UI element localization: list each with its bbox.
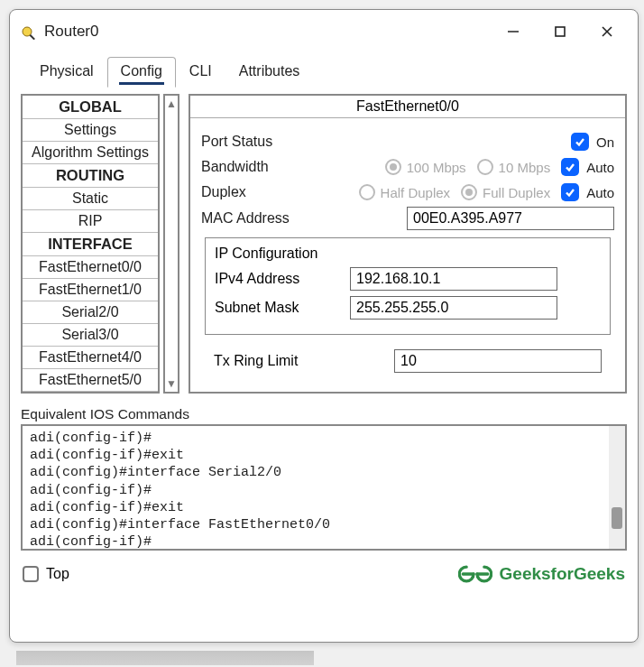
svg-rect-3 <box>556 27 565 36</box>
sidebar-item-s30[interactable]: Serial3/0 <box>23 324 158 347</box>
sidebar-item-rip[interactable]: RIP <box>23 210 158 233</box>
tab-config[interactable]: Config <box>107 57 176 88</box>
ios-commands-heading: Equivalent IOS Commands <box>21 406 627 422</box>
full-duplex-label: Full Duplex <box>483 185 550 200</box>
close-button[interactable] <box>587 19 627 44</box>
config-content: GLOBAL Settings Algorithm Settings ROUTI… <box>10 88 638 401</box>
router-config-window: Router0 Physical Config CLI Attributes G… <box>9 9 639 643</box>
footer-bar: Top GeeksforGeeks <box>10 554 638 596</box>
sidebar-header-global: GLOBAL <box>23 96 158 119</box>
tx-ring-input[interactable] <box>394 349 602 373</box>
bandwidth-label: Bandwidth <box>201 159 300 175</box>
bandwidth-10-label: 10 Mbps <box>499 160 551 175</box>
full-duplex-radio[interactable] <box>461 184 477 200</box>
tab-cli[interactable]: CLI <box>176 57 225 88</box>
scroll-down-icon[interactable]: ▼ <box>166 375 177 392</box>
scroll-up-icon[interactable]: ▲ <box>166 96 177 112</box>
bandwidth-auto-label: Auto <box>586 160 614 175</box>
ipv4-input[interactable] <box>350 267 557 291</box>
ipv4-label: IPv4 Address <box>215 271 350 287</box>
title-bar: Router0 <box>10 10 638 51</box>
mac-address-input[interactable] <box>407 207 614 230</box>
sidebar-list: GLOBAL Settings Algorithm Settings ROUTI… <box>21 94 160 394</box>
window-shadow <box>16 651 314 665</box>
bandwidth-100-label: 100 Mbps <box>407 160 466 175</box>
subnet-label: Subnet Mask <box>215 300 350 316</box>
ios-scroll-thumb[interactable] <box>612 507 622 529</box>
sidebar-item-settings[interactable]: Settings <box>23 119 158 142</box>
top-label: Top <box>46 566 69 582</box>
duplex-auto-checkbox[interactable] <box>561 183 579 201</box>
port-status-label: Port Status <box>201 134 300 150</box>
half-duplex-radio[interactable] <box>359 184 375 200</box>
sidebar-header-interface: INTERFACE <box>23 233 158 256</box>
sidebar-item-fe00[interactable]: FastEthernet0/0 <box>23 256 158 279</box>
ip-config-fieldset: IP Configuration IPv4 Address Subnet Mas… <box>205 237 611 335</box>
port-status-checkbox[interactable] <box>571 133 589 151</box>
detail-title: FastEthernet0/0 <box>190 96 625 118</box>
top-checkbox[interactable] <box>23 566 39 582</box>
on-label: On <box>596 134 614 150</box>
sidebar-scrollbar[interactable]: ▲ ▼ <box>163 94 179 394</box>
bandwidth-auto-checkbox[interactable] <box>561 158 579 176</box>
sidebar-item-s20[interactable]: Serial2/0 <box>23 301 158 324</box>
ios-commands-section: Equivalent IOS Commands adi(config-if)# … <box>10 401 638 554</box>
window-title: Router0 <box>44 23 98 41</box>
sidebar-header-routing: ROUTING <box>23 164 158 188</box>
geeksforgeeks-icon <box>458 563 492 585</box>
tab-attributes[interactable]: Attributes <box>225 57 314 88</box>
app-icon <box>21 23 37 40</box>
half-duplex-label: Half Duplex <box>381 185 451 200</box>
sidebar-item-fe10[interactable]: FastEthernet1/0 <box>23 279 158 301</box>
ios-commands-box: adi(config-if)# adi(config-if)#exit adi(… <box>21 424 627 551</box>
ip-config-heading: IP Configuration <box>215 245 601 262</box>
config-sidebar: GLOBAL Settings Algorithm Settings ROUTI… <box>21 94 179 394</box>
maximize-button[interactable] <box>540 19 580 44</box>
svg-rect-1 <box>30 34 35 40</box>
minimize-button[interactable] <box>493 19 533 44</box>
bandwidth-10-radio[interactable] <box>477 159 493 175</box>
sidebar-item-static[interactable]: Static <box>23 188 158 210</box>
ios-scrollbar[interactable] <box>609 426 625 549</box>
subnet-input[interactable] <box>350 296 557 320</box>
duplex-auto-label: Auto <box>586 185 614 200</box>
tx-ring-label: Tx Ring Limit <box>214 353 394 369</box>
brand-logo: GeeksforGeeks <box>458 563 625 585</box>
mac-address-label: MAC Address <box>201 210 327 227</box>
tab-physical[interactable]: Physical <box>26 57 107 88</box>
sidebar-item-fe50[interactable]: FastEthernet5/0 <box>23 369 158 392</box>
sidebar-item-fe40[interactable]: FastEthernet4/0 <box>23 347 158 369</box>
ios-commands-text[interactable]: adi(config-if)# adi(config-if)#exit adi(… <box>23 426 609 549</box>
sidebar-item-algorithm-settings[interactable]: Algorithm Settings <box>23 142 158 164</box>
interface-detail-panel: FastEthernet0/0 Port Status On Bandwidth <box>189 94 627 394</box>
tab-bar: Physical Config CLI Attributes <box>10 57 638 88</box>
brand-text: GeeksforGeeks <box>500 564 625 584</box>
bandwidth-100-radio[interactable] <box>385 159 401 175</box>
duplex-label: Duplex <box>201 184 300 200</box>
